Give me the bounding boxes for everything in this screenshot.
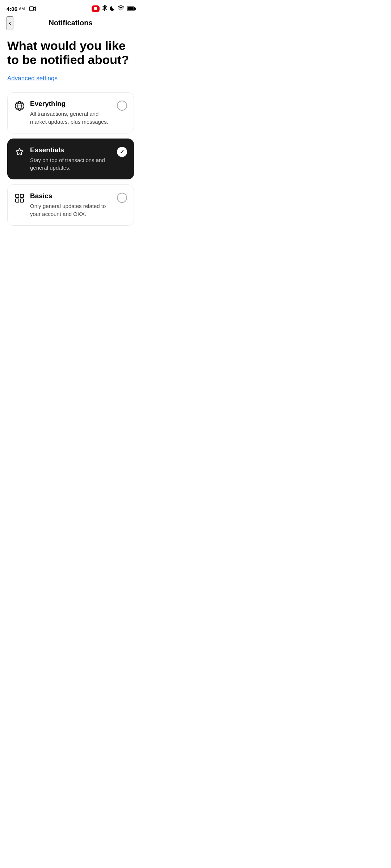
wifi-icon (118, 5, 124, 12)
back-arrow-icon: ‹ (9, 18, 11, 28)
moon-icon (110, 5, 115, 12)
option-card-essentials[interactable]: Essentials Stay on top of transactions a… (7, 139, 134, 180)
back-button[interactable]: ‹ (7, 16, 13, 30)
svg-point-2 (121, 10, 121, 11)
svg-rect-6 (16, 194, 19, 197)
option-desc-everything: All transactions, general and market upd… (30, 110, 113, 126)
ampm-label: AM (19, 7, 25, 11)
battery-icon (127, 7, 135, 11)
svg-rect-0 (29, 7, 33, 11)
page-title: Notifications (49, 19, 92, 27)
record-icon (92, 5, 100, 12)
status-icons (92, 5, 135, 13)
time-label: 4:06 (7, 6, 17, 12)
option-title-basics: Basics (30, 192, 113, 200)
svg-rect-9 (20, 199, 24, 202)
nav-header: ‹ Notifications (0, 16, 141, 31)
bluetooth-icon (102, 5, 107, 13)
svg-rect-7 (20, 194, 24, 197)
svg-rect-1 (94, 7, 97, 10)
advanced-settings-link[interactable]: Advanced settings (7, 75, 58, 82)
option-title-essentials: Essentials (30, 146, 113, 154)
radio-everything[interactable] (117, 101, 127, 111)
svg-rect-8 (16, 199, 19, 202)
option-desc-essentials: Stay on top of transactions and general … (30, 156, 113, 172)
option-title-everything: Everything (30, 100, 113, 108)
main-content: What would you like to be notified about… (0, 31, 141, 237)
status-bar: 4:06 AM (0, 0, 141, 16)
option-card-basics[interactable]: Basics Only general updates related to y… (7, 184, 134, 226)
option-desc-basics: Only general updates related to your acc… (30, 202, 113, 218)
globe-icon (14, 101, 25, 111)
option-card-everything[interactable]: Everything All transactions, general and… (7, 92, 134, 133)
page-heading: What would you like to be notified about… (7, 39, 134, 67)
grid-icon (14, 193, 25, 204)
options-container: Everything All transactions, general and… (7, 92, 134, 226)
video-camera-icon (29, 6, 36, 11)
star-icon (14, 147, 25, 158)
status-time: 4:06 AM (7, 6, 36, 12)
radio-basics[interactable] (117, 193, 127, 203)
radio-essentials[interactable] (117, 147, 127, 157)
